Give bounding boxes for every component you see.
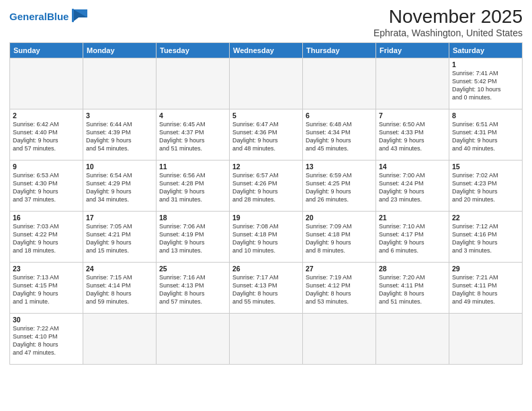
day-number: 17	[86, 214, 153, 222]
page: GeneralBlue November 2025 Ephrata, Washi…	[0, 0, 532, 411]
table-row: 3Sunrise: 6:44 AM Sunset: 4:39 PM Daylig…	[83, 109, 157, 160]
day-info: Sunrise: 7:08 AM Sunset: 4:18 PM Dayligh…	[232, 222, 300, 255]
table-row: 22Sunrise: 7:12 AM Sunset: 4:16 PM Dayli…	[449, 211, 523, 262]
table-row: 17Sunrise: 7:05 AM Sunset: 4:21 PM Dayli…	[83, 211, 157, 262]
table-row: 25Sunrise: 7:16 AM Sunset: 4:13 PM Dayli…	[157, 262, 230, 313]
header-wednesday: Wednesday	[230, 42, 303, 58]
calendar-week-row: 1Sunrise: 7:41 AM Sunset: 5:42 PM Daylig…	[10, 58, 523, 109]
header-saturday: Saturday	[449, 42, 523, 58]
day-info: Sunrise: 6:42 AM Sunset: 4:40 PM Dayligh…	[13, 120, 80, 153]
table-row	[157, 58, 230, 109]
day-number: 14	[379, 163, 446, 171]
table-row: 28Sunrise: 7:20 AM Sunset: 4:11 PM Dayli…	[376, 262, 449, 313]
day-info: Sunrise: 7:00 AM Sunset: 4:24 PM Dayligh…	[379, 171, 446, 204]
table-row: 23Sunrise: 7:13 AM Sunset: 4:15 PM Dayli…	[10, 262, 83, 313]
table-row	[230, 313, 303, 364]
day-number: 9	[13, 163, 80, 171]
table-row: 14Sunrise: 7:00 AM Sunset: 4:24 PM Dayli…	[376, 160, 449, 211]
day-info: Sunrise: 7:15 AM Sunset: 4:14 PM Dayligh…	[86, 273, 153, 306]
table-row: 16Sunrise: 7:03 AM Sunset: 4:22 PM Dayli…	[10, 211, 83, 262]
calendar-week-row: 30Sunrise: 7:22 AM Sunset: 4:10 PM Dayli…	[10, 313, 523, 364]
day-info: Sunrise: 7:13 AM Sunset: 4:15 PM Dayligh…	[13, 273, 80, 306]
day-info: Sunrise: 6:51 AM Sunset: 4:31 PM Dayligh…	[452, 120, 519, 153]
day-number: 7	[379, 111, 446, 120]
day-info: Sunrise: 6:48 AM Sunset: 4:34 PM Dayligh…	[306, 120, 373, 153]
day-number: 25	[159, 265, 226, 273]
day-info: Sunrise: 7:06 AM Sunset: 4:19 PM Dayligh…	[159, 222, 226, 255]
table-row: 5Sunrise: 6:47 AM Sunset: 4:36 PM Daylig…	[230, 109, 303, 160]
day-number: 1	[452, 60, 519, 68]
calendar-title: November 2025	[373, 7, 523, 28]
table-row: 2Sunrise: 6:42 AM Sunset: 4:40 PM Daylig…	[10, 109, 83, 160]
day-number: 28	[379, 265, 446, 273]
logo-blue: Blue	[47, 11, 69, 22]
table-row: 8Sunrise: 6:51 AM Sunset: 4:31 PM Daylig…	[449, 109, 523, 160]
table-row: 6Sunrise: 6:48 AM Sunset: 4:34 PM Daylig…	[303, 109, 376, 160]
table-row	[83, 58, 157, 109]
table-row: 21Sunrise: 7:10 AM Sunset: 4:17 PM Dayli…	[376, 211, 449, 262]
day-number: 26	[232, 265, 300, 273]
table-row: 24Sunrise: 7:15 AM Sunset: 4:14 PM Dayli…	[83, 262, 157, 313]
day-number: 18	[159, 214, 226, 222]
day-info: Sunrise: 7:10 AM Sunset: 4:17 PM Dayligh…	[379, 222, 446, 255]
day-number: 23	[13, 265, 80, 273]
table-row: 30Sunrise: 7:22 AM Sunset: 4:10 PM Dayli…	[10, 313, 83, 364]
title-block: November 2025 Ephrata, Washington, Unite…	[373, 7, 523, 38]
day-info: Sunrise: 7:41 AM Sunset: 5:42 PM Dayligh…	[452, 69, 519, 102]
logo-icon	[70, 8, 89, 23]
day-number: 2	[13, 111, 80, 120]
table-row: 1Sunrise: 7:41 AM Sunset: 5:42 PM Daylig…	[449, 58, 523, 109]
header: GeneralBlue November 2025 Ephrata, Washi…	[9, 7, 523, 38]
day-info: Sunrise: 6:44 AM Sunset: 4:39 PM Dayligh…	[86, 120, 153, 153]
table-row: 10Sunrise: 6:54 AM Sunset: 4:29 PM Dayli…	[83, 160, 157, 211]
table-row	[449, 313, 523, 364]
day-info: Sunrise: 7:17 AM Sunset: 4:13 PM Dayligh…	[232, 273, 300, 306]
day-info: Sunrise: 7:21 AM Sunset: 4:11 PM Dayligh…	[452, 273, 519, 306]
day-number: 11	[159, 163, 226, 171]
day-info: Sunrise: 6:59 AM Sunset: 4:25 PM Dayligh…	[306, 171, 373, 204]
table-row: 13Sunrise: 6:59 AM Sunset: 4:25 PM Dayli…	[303, 160, 376, 211]
day-number: 21	[379, 214, 446, 222]
day-number: 5	[232, 111, 300, 120]
calendar-week-row: 16Sunrise: 7:03 AM Sunset: 4:22 PM Dayli…	[10, 211, 523, 262]
day-info: Sunrise: 7:20 AM Sunset: 4:11 PM Dayligh…	[379, 273, 446, 306]
table-row	[303, 58, 376, 109]
day-number: 15	[452, 163, 519, 171]
day-info: Sunrise: 7:22 AM Sunset: 4:10 PM Dayligh…	[13, 324, 80, 357]
header-thursday: Thursday	[303, 42, 376, 58]
day-number: 20	[306, 214, 373, 222]
header-sunday: Sunday	[10, 42, 83, 58]
table-row: 20Sunrise: 7:09 AM Sunset: 4:18 PM Dayli…	[303, 211, 376, 262]
day-info: Sunrise: 6:50 AM Sunset: 4:33 PM Dayligh…	[379, 120, 446, 153]
table-row	[303, 313, 376, 364]
table-row: 18Sunrise: 7:06 AM Sunset: 4:19 PM Dayli…	[157, 211, 230, 262]
table-row	[230, 58, 303, 109]
day-info: Sunrise: 6:53 AM Sunset: 4:30 PM Dayligh…	[13, 171, 80, 204]
table-row	[157, 313, 230, 364]
table-row: 7Sunrise: 6:50 AM Sunset: 4:33 PM Daylig…	[376, 109, 449, 160]
table-row	[10, 58, 83, 109]
day-info: Sunrise: 6:57 AM Sunset: 4:26 PM Dayligh…	[232, 171, 300, 204]
header-tuesday: Tuesday	[157, 42, 230, 58]
day-info: Sunrise: 7:12 AM Sunset: 4:16 PM Dayligh…	[452, 222, 519, 255]
calendar-week-row: 2Sunrise: 6:42 AM Sunset: 4:40 PM Daylig…	[10, 109, 523, 160]
svg-rect-2	[72, 9, 74, 22]
day-info: Sunrise: 7:05 AM Sunset: 4:21 PM Dayligh…	[86, 222, 153, 255]
day-info: Sunrise: 7:02 AM Sunset: 4:23 PM Dayligh…	[452, 171, 519, 204]
day-number: 8	[452, 111, 519, 120]
header-monday: Monday	[83, 42, 157, 58]
day-number: 10	[86, 163, 153, 171]
day-info: Sunrise: 7:03 AM Sunset: 4:22 PM Dayligh…	[13, 222, 80, 255]
day-number: 30	[13, 316, 80, 324]
day-number: 29	[452, 265, 519, 273]
logo: GeneralBlue	[9, 9, 89, 23]
day-number: 19	[232, 214, 300, 222]
calendar-table: Sunday Monday Tuesday Wednesday Thursday…	[9, 42, 523, 365]
day-info: Sunrise: 6:47 AM Sunset: 4:36 PM Dayligh…	[232, 120, 300, 153]
table-row: 9Sunrise: 6:53 AM Sunset: 4:30 PM Daylig…	[10, 160, 83, 211]
day-info: Sunrise: 6:54 AM Sunset: 4:29 PM Dayligh…	[86, 171, 153, 204]
table-row: 29Sunrise: 7:21 AM Sunset: 4:11 PM Dayli…	[449, 262, 523, 313]
day-info: Sunrise: 7:19 AM Sunset: 4:12 PM Dayligh…	[306, 273, 373, 306]
calendar-subtitle: Ephrata, Washington, United States	[373, 28, 523, 38]
table-row: 26Sunrise: 7:17 AM Sunset: 4:13 PM Dayli…	[230, 262, 303, 313]
